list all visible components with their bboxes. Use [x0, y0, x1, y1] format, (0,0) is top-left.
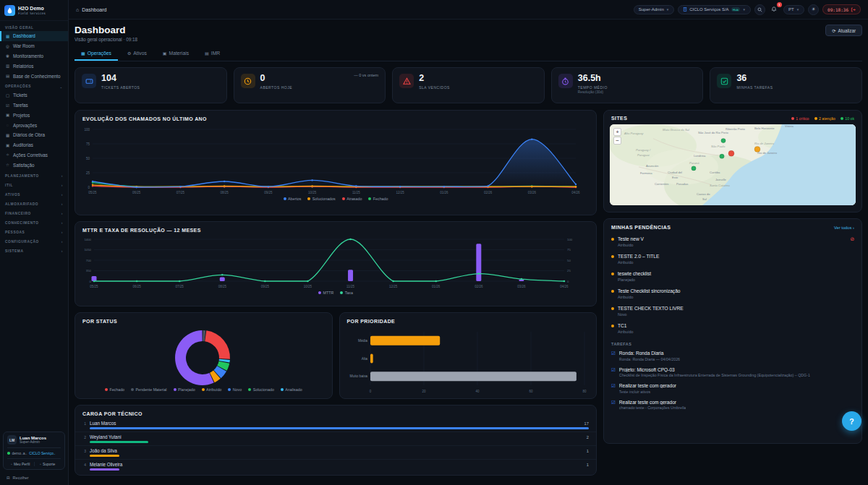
svg-text:05/25: 05/25: [88, 191, 97, 194]
tarefa-title: Realizar teste com gerador: [619, 383, 676, 388]
priority-dot-icon: [611, 307, 614, 310]
tarefa-item[interactable]: ☑ Realizar teste com gerador chamado tes…: [604, 397, 861, 413]
pendencia-item[interactable]: TESTE 2.0 – TITLE Atribuído: [604, 250, 861, 267]
sidebar-section-ATIVOS[interactable]: ATIVOS›: [0, 189, 68, 198]
sidebar-item-tarefas[interactable]: ☑Tarefas: [0, 100, 68, 111]
kpi-card-minhas-tarefas[interactable]: 36 MINHAS TAREFAS: [710, 67, 862, 103]
pendencia-status: Atribuído: [618, 295, 681, 299]
svg-text:São Paulo: São Paulo: [711, 145, 726, 148]
kpi-card-sla-vencidos[interactable]: 2 SLA VENCIDOS: [392, 67, 545, 103]
map-zoom-out-button[interactable]: −: [613, 137, 621, 145]
kpi-card-tempo-médio[interactable]: 36.5h TEMPO MÉDIO Resolução (30d): [551, 67, 704, 103]
sidebar-item-base-de-conhecimento[interactable]: ▤Base de Conhecimento: [0, 71, 68, 81]
legend-item: Analisado: [281, 387, 302, 392]
sites-title: SITES: [611, 116, 627, 121]
view-all-link[interactable]: Ver todos ›: [834, 226, 854, 230]
tarefa-item[interactable]: ☑ Ronda: Ronda Diaria Ronda: Ronda Diari…: [604, 348, 861, 364]
svg-text:11/25: 11/25: [346, 285, 354, 288]
tab-ativos[interactable]: ⚙Ativos: [121, 47, 153, 61]
svg-text:02/26: 02/26: [484, 191, 493, 194]
pendencia-item[interactable]: teswte checklist Planejado: [604, 267, 861, 285]
chevron-icon: ›: [61, 249, 63, 253]
svg-text:07/25: 07/25: [176, 191, 185, 194]
sidebar-section-PLANEJAMENTO[interactable]: PLANEJAMENTO›: [0, 170, 68, 179]
pendencia-item[interactable]: TESTE CHECK TEXTO LIVRE Novo: [604, 302, 861, 319]
legend-item: Pendente Material: [131, 387, 167, 392]
pendencia-title: TC1: [618, 323, 634, 328]
theme-toggle-button[interactable]: ☀: [808, 4, 819, 15]
sidebar-item-ações-corretivas[interactable]: ✧Ações Corretivas: [0, 150, 68, 160]
session-timer[interactable]: 09:18:36: [822, 4, 861, 14]
pendencia-item[interactable]: TC1 Atribuído: [604, 319, 861, 337]
sidebar-section-OPERAÇÕES[interactable]: OPERAÇÕES⌄: [0, 81, 68, 90]
sidebar-item-satisfação[interactable]: ☆Satisfação: [0, 160, 68, 170]
sidebar-item-auditorias[interactable]: ▣Auditorias: [0, 140, 68, 150]
sidebar-section-FINANCEIRO[interactable]: FINANCEIRO›: [0, 207, 68, 217]
help-button[interactable]: ?: [842, 411, 861, 431]
sidebar-item-diários-de-obra[interactable]: ▦Diários de Obra: [0, 130, 68, 140]
load-bar: [90, 427, 589, 429]
org-selector[interactable]: CICLO Serviços S/A Hub ▼: [678, 5, 751, 14]
technician-row[interactable]: 1Luan Marcos17: [75, 419, 596, 432]
chevron-icon: ›: [61, 220, 63, 225]
pendencia-item[interactable]: Teste Checklist sincronização Atribuído: [604, 285, 861, 302]
chevron-icon: ›: [61, 202, 63, 206]
refresh-button[interactable]: ⟳Atualizar: [825, 25, 862, 36]
priority-dot-icon: [611, 290, 614, 293]
app-logo-icon: [4, 5, 15, 16]
svg-text:10/25: 10/25: [304, 285, 312, 288]
sidebar-item-monitoramento[interactable]: ◉Monitoramento: [0, 51, 68, 61]
language-selector[interactable]: PT▼: [783, 5, 804, 14]
sidebar-section-CONFIGURAÇÃO[interactable]: CONFIGURAÇÃO›: [0, 236, 68, 245]
collapse-sidebar-button[interactable]: ⊟Recolher: [0, 472, 68, 485]
svg-text:Rio de Janeiro: Rio de Janeiro: [757, 151, 778, 155]
svg-text:Posadas: Posadas: [676, 183, 688, 186]
svg-text:04/26: 04/26: [560, 285, 569, 288]
map-zoom-in-button[interactable]: +: [613, 128, 621, 136]
ticket-icon: [82, 74, 96, 88]
load-bar: [90, 441, 148, 443]
tab-imr[interactable]: ▤IMR: [198, 47, 226, 61]
kpi-value: 0: [260, 74, 292, 83]
tab-materiais[interactable]: ▣Materiais: [156, 47, 195, 61]
kpi-card-abertos-hoje[interactable]: 0 ABERTOS HOJE — 0 vs ontem: [234, 67, 386, 103]
svg-text:Alta: Alta: [361, 357, 367, 361]
org-link[interactable]: CICLO Serviço..: [29, 451, 55, 455]
my-profile-button[interactable]: ◦Meu Perfil: [7, 462, 35, 466]
svg-text:Rio de Janeiro: Rio de Janeiro: [754, 142, 775, 145]
sidebar-section-SISTEMA[interactable]: SISTEMA›: [0, 245, 68, 254]
collapse-icon: ⊟: [7, 476, 10, 480]
tarefa-item[interactable]: ☑ Projeto: Microsoft CPQ-03 Checklist de…: [604, 364, 861, 381]
technician-row[interactable]: 3João da Silva1: [75, 446, 596, 460]
sidebar-item-projetos[interactable]: ▣Projetos: [0, 110, 68, 120]
technician-load-title: CARGA POR TÉCNICO: [75, 405, 596, 419]
sidebar-section-ITIL[interactable]: ITIL›: [0, 179, 68, 189]
notifications-button[interactable]: 1: [769, 4, 780, 15]
tarefa-item[interactable]: ☑ Realizar teste com gerador Teste inclu…: [604, 380, 861, 397]
role-selector[interactable]: Super-Admin▼: [634, 5, 674, 14]
svg-text:02/26: 02/26: [475, 285, 483, 288]
tab-operações[interactable]: ▦Operações: [75, 47, 118, 61]
sidebar-section-CONHECIMENTO[interactable]: CONHECIMENTO›: [0, 217, 68, 226]
sidebar-section-ALMOXARIFADO[interactable]: ALMOXARIFADO›: [0, 198, 68, 207]
evolution-chart-panel: EVOLUÇÃO DOS CHAMADOS NO ÚLTIMO ANO 0255…: [75, 110, 597, 215]
sidebar-item-relatórios[interactable]: ▥Relatórios: [0, 61, 68, 71]
sidebar-item-aprovações[interactable]: ◌Aprovações: [0, 120, 68, 130]
support-button[interactable]: ◦Suporte: [35, 462, 61, 466]
search-button[interactable]: [754, 4, 765, 15]
clock-icon: [241, 74, 255, 88]
svg-text:Vitória: Vitória: [785, 124, 794, 128]
kpi-card-tickets-abertos[interactable]: 104 TICKETS ABERTOS: [75, 67, 227, 103]
sidebar-item-war-room[interactable]: ◎War Room: [0, 41, 68, 51]
technician-row[interactable]: 4Melanie Oliveira1: [75, 460, 596, 473]
chevron-icon: ›: [61, 211, 63, 215]
breadcrumb[interactable]: ⌂ Dashboard: [76, 7, 106, 12]
hub-badge: Hub: [731, 7, 741, 12]
sidebar-section-PESSOAS[interactable]: PESSOAS›: [0, 226, 68, 236]
pendencia-item[interactable]: Teste new V Atribuído ⊘: [604, 233, 861, 250]
technician-row[interactable]: 2Weyland Yutani2: [75, 432, 596, 446]
sidebar-item-dashboard[interactable]: ▦Dashboard: [0, 31, 68, 41]
sidebar-item-tickets[interactable]: ▢Tickets: [0, 90, 68, 100]
sites-map[interactable]: + − Alto ParaguayMato Grosso do SulSão J…: [610, 124, 856, 205]
priority-chart-title: POR PRIORIDADE: [340, 313, 597, 326]
